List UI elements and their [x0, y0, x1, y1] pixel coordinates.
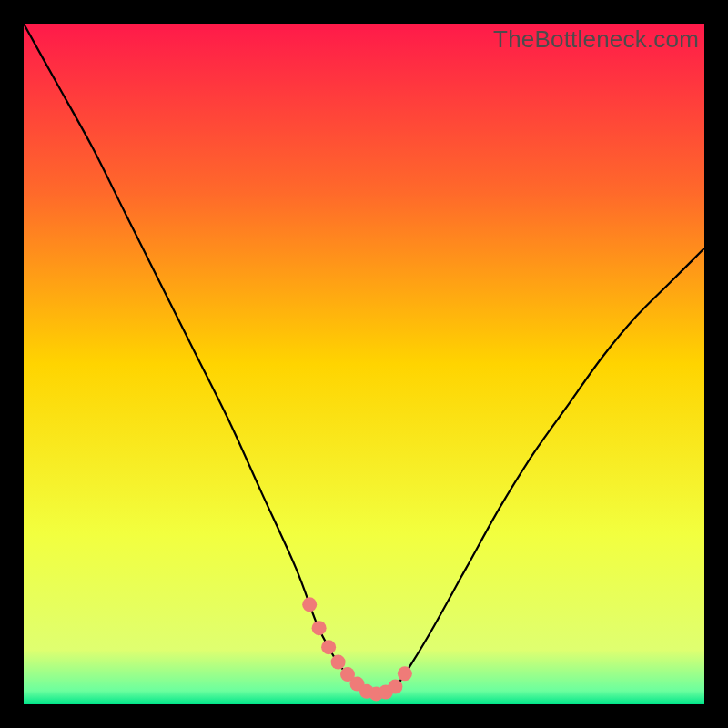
gradient-background: [24, 24, 704, 704]
optimal-dot: [321, 640, 336, 654]
optimal-dot: [302, 597, 317, 612]
watermark-text: TheBottleneck.com: [493, 24, 704, 54]
optimal-dot: [398, 666, 412, 681]
optimal-dot: [388, 680, 402, 694]
bottleneck-chart: [24, 24, 704, 704]
frame-border: TheBottleneck.com: [0, 0, 728, 728]
optimal-dot: [331, 655, 346, 670]
plot-area: [24, 24, 704, 704]
optimal-dot: [312, 621, 327, 635]
